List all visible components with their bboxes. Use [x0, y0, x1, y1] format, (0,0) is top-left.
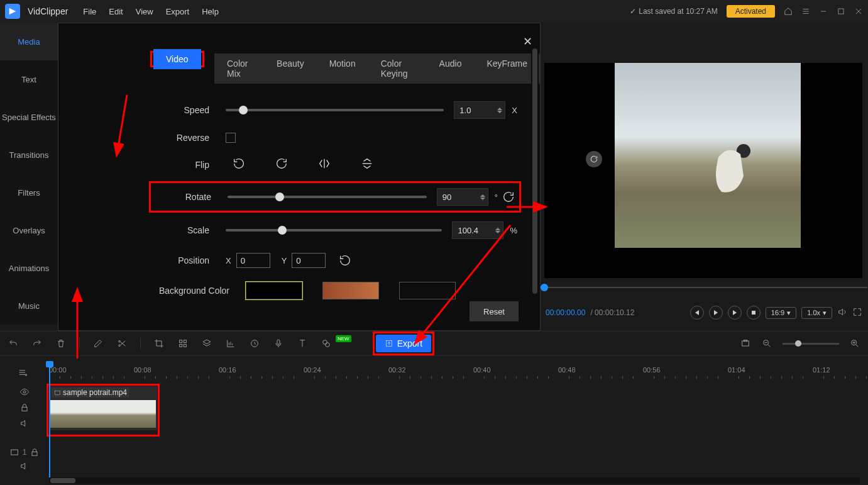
scale-input[interactable]: 100.4	[452, 221, 503, 239]
screenshot-icon[interactable]	[740, 338, 751, 349]
rotate-ccw-icon[interactable]	[232, 157, 246, 172]
speed-slider[interactable]	[226, 109, 444, 111]
ruler-tick: 00:40	[473, 366, 491, 374]
menu-file[interactable]: File	[83, 7, 96, 16]
tab-audio[interactable]: Audio	[427, 53, 475, 84]
playback-speed-select[interactable]: 1.0x▾	[801, 307, 832, 319]
menu-help[interactable]: Help	[202, 7, 219, 16]
flip-vertical-icon[interactable]	[360, 157, 374, 172]
rotate-reset-icon[interactable]	[502, 190, 515, 204]
layers-icon[interactable]	[201, 338, 212, 349]
bgcolor-swatch-black[interactable]	[246, 282, 302, 299]
tab-motion[interactable]: Motion	[317, 53, 368, 84]
ruler-tick: 01:04	[728, 366, 745, 374]
redo-icon[interactable]	[31, 338, 43, 349]
position-x-input[interactable]	[236, 253, 270, 268]
timeline-clip[interactable]: sample potrait.mp4	[49, 386, 157, 430]
play-icon[interactable]	[709, 306, 723, 320]
maximize-icon[interactable]	[837, 7, 845, 16]
reverse-checkbox[interactable]	[226, 133, 236, 143]
track-icon	[9, 447, 19, 457]
bgcolor-swatch-empty[interactable]	[399, 282, 456, 299]
preview-canvas[interactable]	[544, 63, 862, 278]
video-track[interactable]: sample potrait.mp4	[49, 386, 860, 430]
close-icon[interactable]	[854, 7, 863, 16]
stop-icon[interactable]	[747, 306, 761, 320]
prev-frame-icon[interactable]	[690, 306, 704, 320]
clip-name: sample potrait.mp4	[63, 388, 127, 397]
next-frame-icon[interactable]	[728, 306, 742, 320]
scale-slider[interactable]	[226, 229, 442, 231]
tab-beauty[interactable]: Beauty	[264, 53, 317, 84]
panel-close-icon[interactable]: ✕	[523, 35, 532, 48]
clock-icon[interactable]	[249, 338, 260, 349]
tab-video[interactable]: Video	[153, 49, 201, 69]
lock-icon[interactable]	[30, 447, 40, 457]
chart-icon[interactable]	[225, 338, 236, 349]
speed-input[interactable]: 1.0	[454, 101, 505, 119]
sidebar-item-overlays[interactable]: Overlays	[0, 211, 58, 249]
lock-icon[interactable]	[19, 403, 30, 415]
tab-keyframe[interactable]: KeyFrame	[474, 53, 540, 84]
sidebar-item-animations[interactable]: Animations	[0, 249, 58, 287]
ruler-tick: 01:12	[813, 366, 830, 374]
minimize-icon[interactable]	[819, 7, 828, 16]
menu-edit[interactable]: Edit	[109, 7, 123, 16]
mute-icon[interactable]	[19, 418, 30, 430]
sidebar-item-music[interactable]: Music	[0, 287, 58, 325]
text-icon[interactable]	[297, 338, 308, 349]
titlebar: VidClipper File Edit View Export Help ✓ …	[0, 0, 868, 23]
sidebar-item-filters[interactable]: Filters	[0, 174, 58, 211]
effects-icon[interactable]	[321, 338, 332, 349]
position-y-input[interactable]	[292, 253, 326, 268]
eye-icon[interactable]	[19, 387, 30, 399]
aspect-ratio-select[interactable]: 16:9▾	[766, 307, 796, 319]
mute-icon[interactable]	[19, 461, 30, 473]
row-speed: Speed 1.0 X	[153, 101, 517, 119]
scale-unit: %	[510, 226, 517, 235]
bgcolor-swatch-gradient[interactable]	[322, 282, 379, 299]
sidebar-item-special-effects[interactable]: Special Effects	[0, 98, 58, 136]
menu-view[interactable]: View	[136, 7, 153, 16]
rotate-input[interactable]: 90	[437, 188, 488, 206]
hamburger-icon[interactable]	[801, 7, 810, 16]
time-ruler[interactable]: 00:0000:0800:1600:2400:3200:4000:4800:56…	[49, 366, 860, 380]
undo-icon[interactable]	[8, 338, 19, 349]
sidebar-item-transitions[interactable]: Transitions	[0, 136, 58, 174]
row-reverse: Reverse	[153, 133, 517, 143]
preview-timeline[interactable]	[541, 287, 867, 288]
sidebar-item-text[interactable]: Text	[0, 60, 58, 98]
menu-export[interactable]: Export	[166, 7, 190, 16]
edit-icon[interactable]	[92, 338, 104, 349]
tab-colorkeying[interactable]: Color Keying	[368, 53, 427, 84]
panel-scrollbar[interactable]	[531, 48, 539, 300]
position-reset-icon[interactable]	[338, 254, 352, 267]
refresh-icon[interactable]	[586, 151, 602, 167]
svg-point-11	[323, 340, 327, 345]
delete-icon[interactable]	[55, 338, 67, 349]
add-track-icon[interactable]	[18, 367, 28, 379]
activated-badge[interactable]: Activated	[727, 5, 775, 18]
volume-icon[interactable]	[837, 307, 847, 319]
split-icon[interactable]	[116, 338, 128, 349]
ruler-tick: 00:32	[388, 366, 406, 374]
mosaic-icon[interactable]	[177, 338, 189, 349]
sidebar: Media Text Special Effects Transitions F…	[0, 23, 58, 325]
rotate-slider[interactable]	[228, 196, 427, 198]
zoom-out-icon[interactable]	[761, 338, 772, 349]
home-icon[interactable]	[784, 7, 793, 16]
export-button[interactable]: Export	[376, 335, 431, 352]
crop-icon[interactable]	[153, 338, 165, 349]
timeline-scrollbar[interactable]	[49, 477, 860, 484]
zoom-in-icon[interactable]	[849, 338, 860, 349]
flip-horizontal-icon[interactable]	[317, 157, 331, 172]
sidebar-item-media[interactable]: Media	[0, 23, 58, 60]
playhead-cursor[interactable]	[49, 365, 50, 478]
fullscreen-icon[interactable]	[852, 307, 862, 319]
mic-icon[interactable]	[273, 338, 284, 349]
reset-button[interactable]: Reset	[470, 301, 519, 321]
tab-colormix[interactable]: Color Mix	[214, 53, 264, 84]
zoom-slider[interactable]	[783, 343, 839, 345]
rotate-cw-icon[interactable]	[275, 157, 288, 172]
audio-track[interactable]	[49, 439, 860, 483]
